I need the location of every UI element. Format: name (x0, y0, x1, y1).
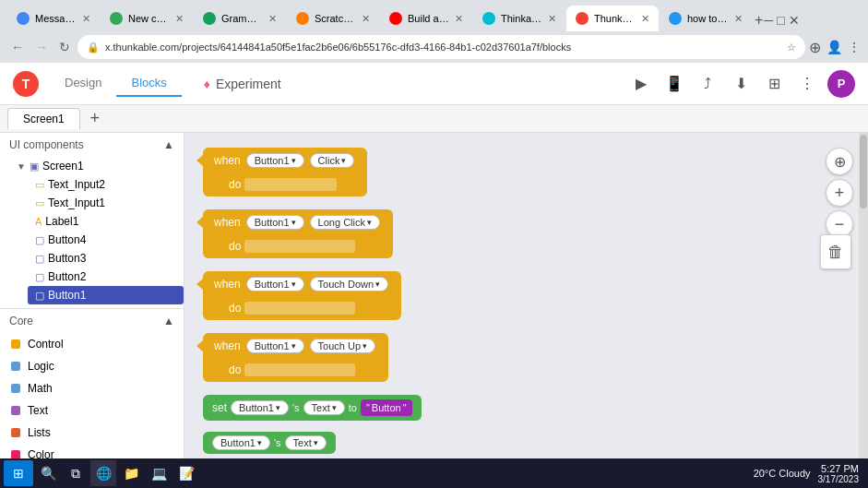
get-property-pill[interactable]: Text ▾ (285, 435, 327, 450)
tab-close[interactable]: ✕ (734, 13, 743, 25)
more-options-icon[interactable]: ⋮ (848, 40, 861, 54)
tree-item-screen1[interactable]: ▼ ▣ Screen1 (9, 157, 184, 175)
trash-button[interactable]: 🗑 (820, 234, 851, 269)
when-longclick-block[interactable]: when Button1 ▾ Long Click ▾ do (203, 209, 393, 258)
event-pill-2[interactable]: Long Click ▾ (310, 215, 380, 230)
tree-item-button2[interactable]: ▢ Button2 (28, 268, 184, 286)
when-touchdown-block[interactable]: when Button1 ▾ Touch Down ▾ do (203, 271, 401, 320)
restore-button[interactable]: □ (777, 13, 784, 28)
component-pill-1[interactable]: Button1 ▾ (246, 153, 304, 168)
browser-tab-thinkable[interactable]: Thinkable ✕ (473, 6, 565, 31)
logic-color-dot (11, 362, 20, 371)
browser-tab-scratch[interactable]: Scratch - In... ✕ (287, 6, 379, 31)
component-pill-2[interactable]: Button1 ▾ (246, 215, 304, 230)
mobile-preview-icon[interactable]: 📱 (661, 71, 687, 97)
ui-components-header: UI components ▲ (0, 133, 184, 157)
share-icon[interactable]: ⤴ (695, 71, 720, 97)
tab-close[interactable]: ✕ (455, 13, 463, 25)
profile-icon[interactable]: 👤 (826, 40, 842, 54)
tab-favicon (576, 12, 589, 25)
taskbar-files-icon[interactable]: 📁 (118, 460, 144, 486)
tree-item-textinput1[interactable]: ▭ Text_Input1 (28, 194, 184, 212)
input-icon: ▭ (35, 197, 44, 209)
tab-close[interactable]: ✕ (362, 13, 370, 25)
event-pill-4[interactable]: Touch Up ▾ (310, 339, 375, 353)
when-touchup-block[interactable]: when Button1 ▾ Touch Up ▾ do (203, 333, 388, 382)
ui-collapse-btn[interactable]: ▲ (163, 138, 174, 151)
start-button[interactable]: ⊞ (4, 460, 33, 486)
app-logo: T (13, 71, 39, 97)
forward-button[interactable]: → (31, 38, 52, 56)
browser-tab-messages[interactable]: Messages ✕ (7, 6, 100, 31)
design-tab[interactable]: Design (50, 70, 116, 97)
download-icon[interactable]: ⬇ (728, 71, 754, 97)
bookmark-icon[interactable]: ☆ (787, 42, 796, 54)
tab-favicon (110, 12, 123, 25)
reload-button[interactable]: ↻ (55, 38, 74, 56)
screen1-tab[interactable]: Screen1 (7, 108, 80, 129)
browser-tab-newchat[interactable]: New chat ✕ (101, 6, 193, 31)
minimize-button[interactable]: ─ (764, 13, 773, 28)
event-pill-3[interactable]: Touch Down ▾ (310, 277, 389, 292)
tab-close[interactable]: ✕ (268, 13, 277, 25)
add-screen-button[interactable]: + (84, 108, 106, 130)
canvas-scrollbar[interactable] (859, 133, 868, 486)
tree-item-textinput2[interactable]: ▭ Text_Input2 (28, 175, 184, 194)
get-text-block[interactable]: Button1 ▾ 's Text ▾ (203, 432, 336, 454)
new-tab-button[interactable]: + (755, 9, 763, 31)
address-bar[interactable]: 🔒 x.thunkable.com/projects/64144841a50f5… (77, 35, 805, 59)
core-item-control[interactable]: Control (0, 333, 184, 355)
zoom-in-button[interactable]: + (826, 179, 853, 207)
tab-close[interactable]: ✕ (175, 13, 184, 25)
tab-label: Scratch - In... (315, 13, 356, 24)
tab-close[interactable]: ✕ (82, 13, 90, 25)
tab-close[interactable]: ✕ (641, 13, 649, 25)
core-item-lists[interactable]: Lists (0, 422, 184, 444)
tree-item-button1[interactable]: ▢ Button1 (28, 286, 184, 304)
taskbar-task-view[interactable]: ⧉ (63, 460, 89, 486)
taskbar-app1-icon[interactable]: 💻 (146, 460, 172, 486)
event-pill-1[interactable]: Click ▾ (310, 153, 355, 168)
string-value-block[interactable]: "Button" (361, 399, 412, 416)
get-component-pill[interactable]: Button1 ▾ (212, 435, 270, 450)
tree-item-label1[interactable]: A Label1 (28, 212, 184, 231)
tab-favicon (482, 12, 495, 25)
core-collapse-btn[interactable]: ▲ (163, 315, 174, 327)
blocks-canvas[interactable]: when Button1 ▾ Click ▾ do when Button1 ▾… (184, 133, 868, 486)
back-button[interactable]: ← (7, 38, 28, 56)
core-item-logic[interactable]: Logic (0, 355, 184, 377)
scrollbar-thumb (860, 135, 867, 208)
set-property-pill[interactable]: Text ▾ (303, 400, 345, 415)
tab-label: Messages (35, 13, 77, 24)
browser-tab-thunkable[interactable]: Thunkable ✕ (566, 6, 659, 31)
control-color-dot (11, 339, 20, 349)
tree-item-button4[interactable]: ▢ Button4 (28, 231, 184, 249)
taskbar-chrome-icon[interactable]: 🌐 (90, 460, 116, 486)
blocks-tab[interactable]: Blocks (116, 70, 181, 97)
extensions-icon[interactable]: ⊕ (809, 39, 821, 56)
more-menu-icon[interactable]: ⋮ (794, 71, 820, 97)
tab-favicon (203, 12, 216, 25)
taskbar-app2-icon[interactable]: 📝 (173, 460, 199, 486)
input-icon: ▭ (35, 179, 44, 191)
button-icon: ▢ (35, 271, 44, 283)
when-click-block[interactable]: when Button1 ▾ Click ▾ do (203, 148, 367, 196)
label-icon: A (35, 216, 42, 227)
view-toggle-icon[interactable]: ⊞ (761, 71, 787, 97)
core-item-math[interactable]: Math (0, 377, 184, 399)
tree-item-button3[interactable]: ▢ Button3 (28, 249, 184, 268)
set-component-pill[interactable]: Button1 ▾ (231, 400, 289, 415)
taskbar-search-icon[interactable]: 🔍 (35, 460, 61, 486)
browser-tab-grammarly[interactable]: Grammarly ✕ (194, 6, 286, 31)
close-window-button[interactable]: ✕ (789, 13, 800, 28)
set-text-block[interactable]: set Button1 ▾ 's Text ▾ to "Button" (203, 395, 422, 421)
component-pill-4[interactable]: Button1 ▾ (246, 339, 304, 353)
user-avatar[interactable]: P (827, 70, 855, 98)
tab-close[interactable]: ✕ (548, 13, 556, 25)
browser-tab-build[interactable]: Build a Cal... ✕ (380, 6, 472, 31)
component-pill-3[interactable]: Button1 ▾ (246, 277, 304, 292)
play-button[interactable]: ▶ (628, 71, 654, 97)
location-icon[interactable]: ⊕ (826, 148, 853, 175)
core-item-text[interactable]: Text (0, 399, 184, 422)
browser-tab-howtog[interactable]: how to get... ✕ (660, 6, 752, 31)
